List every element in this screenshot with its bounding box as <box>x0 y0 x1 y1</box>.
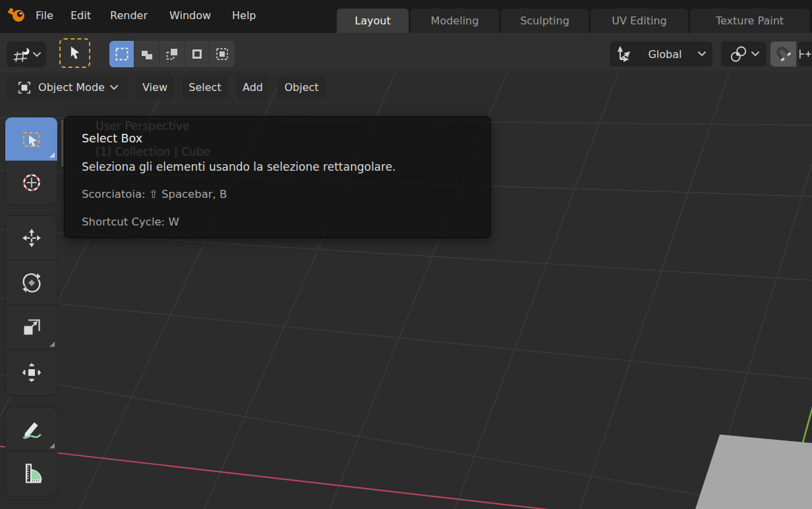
object-mode-dropdown[interactable]: Object Mode <box>7 75 127 100</box>
select-extend-icon <box>139 46 155 62</box>
rotate-icon <box>20 272 43 294</box>
chevron-down-icon <box>110 85 118 90</box>
object-mode-icon <box>16 79 33 96</box>
subtool-indicator <box>49 443 55 448</box>
editor-type-selector[interactable] <box>7 42 46 67</box>
active-tool-indicator[interactable] <box>59 38 90 68</box>
select-mode-invert[interactable] <box>185 41 210 67</box>
menu-render[interactable]: Render <box>110 9 148 22</box>
chevron-down-icon <box>33 52 41 57</box>
tooltip-shortcut-cycle: Shortcut Cycle: W <box>82 216 179 228</box>
snap-with-icon-partial <box>798 45 812 63</box>
axis-x-line <box>0 446 812 509</box>
orientation-label: Global <box>637 48 693 61</box>
tooltip-title: Select Box <box>82 132 142 145</box>
tab-layout[interactable]: Layout <box>337 9 409 33</box>
snap-magnet-icon <box>774 44 794 64</box>
select-subtract-icon <box>164 46 180 62</box>
tool-rotate[interactable] <box>5 260 57 305</box>
snap-with-dropdown-partial[interactable] <box>798 42 812 67</box>
workspace-tabs: Layout Modeling Sculpting UV Editing Tex… <box>337 9 809 33</box>
tool-measure[interactable] <box>5 452 57 496</box>
orientation-axes-icon <box>616 45 632 63</box>
select-box-cursor-icon <box>65 44 85 63</box>
subtool-indicator <box>49 152 55 158</box>
menu-window[interactable]: Window <box>169 9 211 22</box>
menu-help[interactable]: Help <box>232 9 256 22</box>
object-mode-label: Object Mode <box>38 81 105 94</box>
menu-file[interactable]: File <box>36 9 53 22</box>
select-box-icon <box>20 128 43 150</box>
move-icon <box>20 227 43 249</box>
viewport-menu-view[interactable]: View <box>136 75 173 100</box>
select-invert-icon <box>189 46 205 62</box>
tab-modeling[interactable]: Modeling <box>411 9 499 33</box>
select-mode-intersect[interactable] <box>210 41 235 67</box>
viewport-menu-add[interactable]: Add <box>237 75 269 100</box>
pivot-point-dropdown[interactable] <box>721 42 767 67</box>
measure-icon <box>20 462 44 486</box>
select-mode-subtract[interactable] <box>160 41 185 67</box>
tab-sculpting[interactable]: Sculpting <box>501 9 589 33</box>
select-mode-new[interactable] <box>109 41 134 67</box>
tab-texture-paint[interactable]: Texture Paint <box>690 9 809 33</box>
cube-object[interactable] <box>695 434 812 509</box>
toolbar-group-select <box>5 117 57 204</box>
blender-window: User Perspective (1) Collection | Cube F… <box>0 0 812 509</box>
tool-select-box[interactable] <box>5 117 57 161</box>
select-set-new-icon <box>114 46 130 62</box>
topbar: File Edit Render Window Help Layout Mode… <box>0 0 812 33</box>
tab-uv-editing[interactable]: UV Editing <box>591 9 688 33</box>
chevron-down-icon <box>751 51 759 57</box>
menu-edit[interactable]: Edit <box>71 9 91 22</box>
tooltip-description: Seleziona gli elementi usando la selezio… <box>82 160 396 173</box>
select-mode-extend[interactable] <box>134 41 160 67</box>
tool-settings-bar: Global <box>0 33 812 71</box>
toolbar-group-annotate <box>5 407 57 496</box>
editor-type-3d-viewport-icon <box>12 45 32 65</box>
select-mode-group <box>109 41 235 67</box>
scale-icon <box>20 316 43 339</box>
chevron-down-icon <box>698 51 706 57</box>
pivot-point-icon <box>729 45 747 63</box>
tool-move[interactable] <box>5 216 57 260</box>
toolbar-group-transform <box>5 216 57 395</box>
tool-scale[interactable] <box>5 305 57 350</box>
snap-toggle-button[interactable] <box>770 42 796 67</box>
tool-annotate[interactable] <box>5 407 57 452</box>
toolbar-scrollbar[interactable] <box>61 119 63 167</box>
tooltip-shortcut: Scorciatoia: ⇧ Spacebar, B <box>82 188 227 200</box>
transform-icon <box>20 361 43 384</box>
tool-transform[interactable] <box>5 350 57 395</box>
viewport-menu-object[interactable]: Object <box>277 75 326 100</box>
transform-orientation-dropdown[interactable]: Global <box>610 42 712 67</box>
blender-logo-icon <box>7 6 28 26</box>
select-intersect-icon <box>214 46 230 62</box>
viewport-menu-select[interactable]: Select <box>182 75 228 100</box>
subtool-indicator <box>49 342 55 347</box>
tool-cursor[interactable] <box>5 161 57 204</box>
cursor-3d-icon <box>20 171 43 194</box>
annotate-pencil-icon <box>20 417 44 441</box>
tooltip-select-box: Select Box Seleziona gli elementi usando… <box>64 116 491 238</box>
